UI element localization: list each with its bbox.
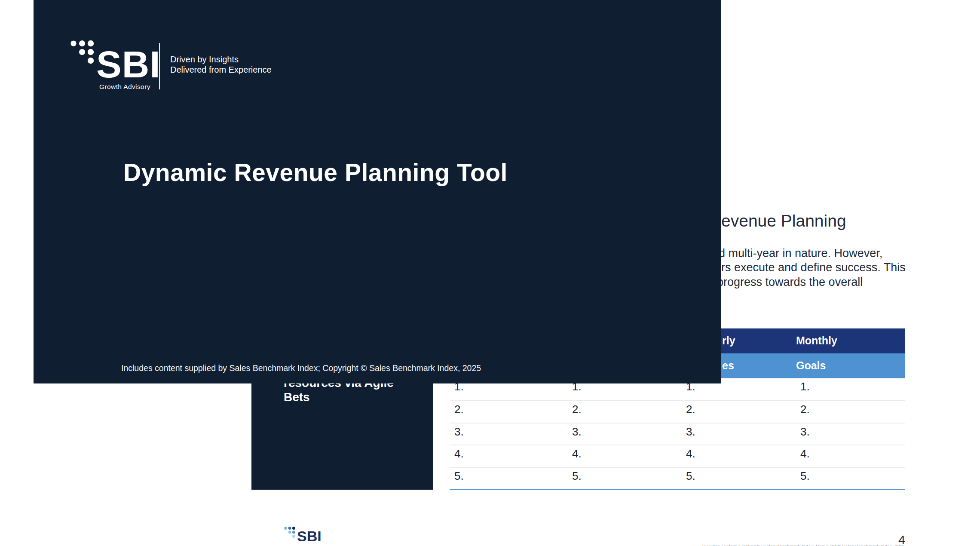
header-goals: Goals [796,360,826,371]
table-cell: 5. [686,470,695,482]
sbi-logo-division: Growth Advisory [99,83,150,91]
slides-canvas: evenue Planning d multi-year in nature. … [0,0,980,546]
sbi-logo-text: SBI [96,46,161,83]
table-cell: 2. [686,404,695,415]
back-slide-paragraph-line: rs execute and define success. This [721,261,906,275]
table-cell: 2. [454,404,464,415]
table-cell: 2. [572,404,582,415]
table-cell: 3. [572,426,582,437]
table-cell: 5. [572,470,582,482]
table-body: 1. 1. 1. 1. 2. 2. 2. 2. 3. 3. 3. 3. [450,378,905,490]
sbi-footer-logo-text: SBI [297,529,322,543]
back-slide-paragraph-line: progress towards the overall [717,275,863,289]
table-cell: 4. [572,448,582,459]
table-cell: 3. [686,426,695,437]
sbi-footer-logo: SBI [284,525,335,546]
table-cell: 3. [800,426,810,437]
sbi-dots-icon [70,40,95,64]
table-cell: 5. [454,470,464,482]
table-cell: 3. [454,426,464,437]
table-row: 2. 2. 2. 2. [450,400,905,422]
slide-title: Dynamic Revenue Planning Tool [123,158,508,187]
logo-tagline: Driven by Insights Delivered from Experi… [170,55,272,75]
header-priorities-fragment: es [722,360,734,371]
table-cell: 4. [686,448,695,459]
table-cell: 5. [800,470,810,482]
callout-line-2: Bets [284,390,394,404]
table-row: 4. 4. 4. 4. [450,445,905,466]
copyright-text: Includes content supplied by Sales Bench… [121,363,481,373]
front-slide: SBI Growth Advisory Driven by Insights D… [34,0,721,383]
back-slide-title-fragment: evenue Planning [721,212,846,230]
back-slide-paragraph-line: d multi-year in nature. However, [719,246,882,261]
table-cell: 2. [800,404,810,415]
table-row: 3. 3. 3. 3. [450,423,905,445]
table-cell: 1. [800,381,810,392]
back-slide-footer-text: Includes content supplied by Sales Bench… [702,544,905,546]
header-monthly: Monthly [796,335,837,346]
sbi-dots-icon [284,526,297,539]
table-cell: 4. [800,448,810,459]
header-quarterly-fragment: rly [722,335,735,346]
tagline-line-1: Driven by Insights [170,55,272,65]
logo-divider [159,43,160,89]
table-cell: 4. [454,448,464,459]
tagline-line-2: Delivered from Experience [170,65,272,75]
table-row: 5. 5. 5. 5. [450,467,905,489]
